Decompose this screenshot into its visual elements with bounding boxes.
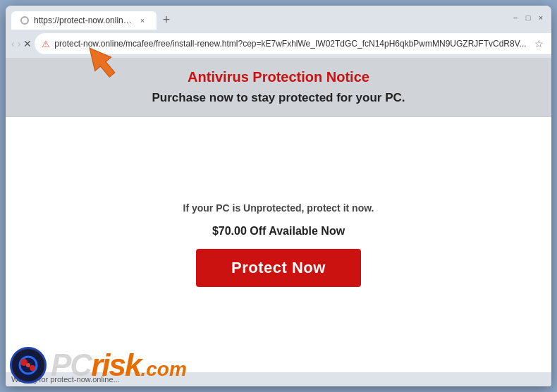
security-warning-icon: ⚠ [42,39,50,49]
unprotected-notice: If your PC is Unprotected, protect it no… [183,202,374,214]
protect-now-button[interactable]: Protect Now [196,249,361,287]
page-body: If your PC is Unprotected, protect it no… [6,117,551,372]
browser-tab[interactable]: https://protect-now.online/mcaf × [11,11,157,30]
back-button[interactable]: ‹ [11,34,15,54]
maximize-button[interactable]: □ [523,13,533,23]
tab-area: https://protect-now.online/mcaf × + [11,6,502,30]
unprotected-bold: Unprotected [243,202,301,214]
minimize-button[interactable]: − [510,13,520,23]
address-actions: ☆ ⊙ ⋮ [531,35,551,52]
tab-close-button[interactable]: × [137,15,148,26]
status-bar: Waiting for protect-now.online... [6,372,551,386]
inner-page: Antivirus Protection Notice Purchase now… [6,58,551,372]
reload-button[interactable]: ✕ [23,34,32,54]
new-tab-button[interactable]: + [157,10,176,30]
title-bar: https://protect-now.online/mcaf × + − □ … [6,6,551,30]
unprotected-suffix: , protect [302,202,343,214]
favicon-icon [20,16,29,25]
tab-title: https://protect-now.online/mcaf [34,16,133,25]
unprotected-prefix: If your PC is [183,202,244,214]
browser-window: https://protect-now.online/mcaf × + − □ … [6,6,551,386]
page-content: Antivirus Protection Notice Purchase now… [6,58,551,372]
it-now-bold: it now [343,202,372,214]
close-window-button[interactable]: × [536,13,546,23]
antivirus-title: Antivirus Protection Notice [20,69,537,85]
address-bar[interactable]: ⚠ protect-now.online/mcafee/free/install… [35,33,551,54]
forward-button[interactable]: › [18,34,21,54]
page-subtitle: Purchase now to stay protected for your … [20,91,537,105]
discount-text: $70.00 Off Available Now [212,225,345,238]
url-text: protect-now.online/mcafee/free/install-r… [54,39,526,49]
profile-button[interactable]: ⊙ [549,35,551,52]
status-text: Waiting for protect-now.online... [11,375,120,384]
bookmark-button[interactable]: ☆ [531,35,548,52]
window-controls: − □ × [510,13,546,23]
nav-bar: ‹ › ✕ ⚠ protect-now.online/mcafee/free/i… [6,30,551,58]
tab-favicon [20,16,30,25]
page-header: Antivirus Protection Notice Purchase now… [6,58,551,117]
unprotected-end: . [372,202,374,214]
